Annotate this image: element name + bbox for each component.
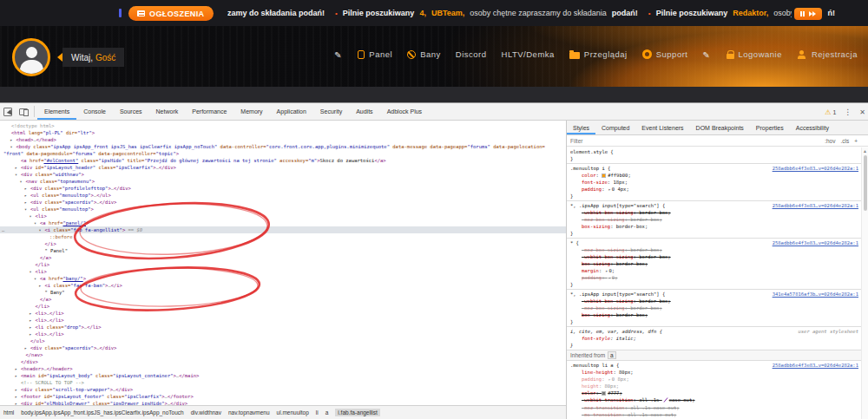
css-property[interactable]: -moz-transition: all .1s ease-out;	[570, 404, 858, 411]
dom-tree-line[interactable]: ▸<li class="drop">…</li>	[0, 324, 566, 331]
styles-toggle[interactable]: :hov	[825, 138, 835, 144]
expand-arrow-open[interactable]: ▾	[10, 143, 13, 150]
expand-value-arrow[interactable]: ▸	[608, 376, 611, 382]
css-selector[interactable]: * {	[570, 239, 579, 246]
css-property[interactable]: -moz-box-sizing: border-box;	[570, 246, 858, 253]
breadcrumb-item[interactable]: li	[316, 409, 319, 416]
console-warning-badge[interactable]: ⚠ 1	[825, 108, 836, 116]
tab-audits[interactable]: Audits	[349, 103, 379, 120]
styles-toggle[interactable]: .cls	[840, 138, 849, 144]
bezier-curve-icon[interactable]	[663, 397, 668, 404]
css-property[interactable]: font-size: 18px;	[570, 179, 858, 186]
expand-arrow-closed[interactable]: ▸	[15, 164, 17, 171]
tab-sources[interactable]: Sources	[113, 103, 149, 120]
styles-scrollbar[interactable]: ▲	[861, 147, 868, 419]
dom-tree-line[interactable]: </ul>	[0, 337, 566, 344]
dom-tree-line[interactable]: ▾<div class="widthnav">	[0, 171, 566, 178]
expand-arrow-open[interactable]: ▾	[39, 226, 42, 233]
dom-tree-line[interactable]: <html lang="pl-PL" dir="ltr">	[0, 129, 566, 136]
expand-arrow-open[interactable]: ▾	[30, 268, 32, 275]
css-property[interactable]: padding: ▸0 8px;	[570, 376, 858, 383]
css-property[interactable]: line-height: 80px;	[570, 369, 858, 376]
dom-tree-line[interactable]: "front" data-pagemodule="forums" data-pa…	[0, 150, 566, 157]
sidebar-tab-styles[interactable]: Styles	[567, 121, 595, 134]
expand-arrow-closed[interactable]: ▸	[15, 372, 17, 379]
expand-arrow-closed[interactable]: ▸	[24, 192, 27, 199]
tab-elements[interactable]: Elements	[37, 103, 76, 120]
dom-tree-line[interactable]: ▾<li>	[0, 213, 566, 219]
dom-tree-line[interactable]: ▸<li>…</li>	[0, 317, 566, 324]
dom-tree-line[interactable]: " Bany"	[0, 289, 566, 296]
nav-item-logowanie[interactable]: Logowanie	[727, 49, 782, 59]
dom-tree-line[interactable]: ▾…<i class="fab fa-angellist"> == $0	[0, 226, 566, 233]
css-property[interactable]: -webkit-transition: all .1s ease-out;	[570, 396, 858, 404]
tab-adblock-plus[interactable]: Adblock Plus	[380, 103, 429, 120]
devtools-close-button[interactable]: ✕	[859, 108, 865, 116]
scrollbar-thumb[interactable]	[864, 155, 867, 211]
breadcrumb-item[interactable]: html	[3, 409, 14, 416]
dom-tree-line[interactable]: ▾<ul class="menuultop">	[0, 206, 566, 213]
dom-tree-line[interactable]: ▸<header>…</header>	[0, 365, 566, 372]
css-property[interactable]: height: 80px;	[570, 383, 858, 390]
dom-tree-line[interactable]: </li>	[0, 303, 566, 310]
css-source-link[interactable]: 341e4a57816af3b…v=026d4e282a:1	[767, 291, 858, 298]
dom-tree-line[interactable]: ▸<li>…</li>	[0, 310, 566, 317]
avatar[interactable]	[12, 38, 50, 76]
nav-item-rejestracja[interactable]: Rejestracja	[797, 49, 858, 59]
dom-tree-line[interactable]: ▸<div class="scroll-top-wrapper">…</div>	[0, 386, 566, 393]
css-selector[interactable]: .menuultop li a {	[570, 362, 619, 369]
dom-tree-line[interactable]: </a>	[0, 254, 566, 261]
nav-item-edit-shortcut[interactable]	[334, 50, 343, 59]
nav-item-discord[interactable]: Discord	[456, 49, 487, 59]
tab-memory[interactable]: Memory	[233, 103, 269, 120]
fast-forward-icon[interactable]	[809, 11, 816, 16]
css-selector[interactable]: .menuultop i {	[570, 165, 610, 172]
expand-arrow-closed[interactable]: ▸	[30, 310, 32, 317]
css-source-link[interactable]: 258adbb6e4f3e83…v=026d4e282a:1	[767, 165, 858, 172]
breadcrumb-item[interactable]: i.fab.fa-angellist	[335, 409, 380, 416]
expand-arrow-closed[interactable]: ▸	[30, 317, 32, 324]
sidebar-tab-properties[interactable]: Properties	[750, 121, 790, 134]
css-property[interactable]: color: #ff9b00;	[570, 172, 858, 179]
expand-arrow-closed[interactable]: ▸	[10, 136, 13, 143]
expand-arrow-open[interactable]: ▾	[24, 206, 27, 213]
announcement-controls[interactable]	[794, 8, 822, 20]
css-source-link[interactable]: 258adbb6e4f3e83…v=026d4e282a:1	[767, 239, 858, 246]
color-swatch[interactable]	[602, 391, 606, 396]
scroll-up-arrow[interactable]: ▲	[863, 148, 867, 154]
breadcrumb-item[interactable]: nav.topnavmenu	[228, 409, 270, 416]
expand-value-arrow[interactable]: ▸	[606, 268, 608, 273]
dom-tree-line[interactable]: ▸<footer id="ipsLayout_footer" class="ip…	[0, 393, 566, 400]
dom-tree-line[interactable]: </nav>	[0, 351, 566, 358]
breadcrumb-item[interactable]: a	[326, 409, 329, 416]
sidebar-tab-accessibility[interactable]: Accessibility	[790, 121, 835, 134]
dom-tree-line[interactable]: ▾<li>	[0, 268, 566, 275]
styles-toggle[interactable]: +	[854, 138, 858, 144]
tab-console[interactable]: Console	[76, 103, 113, 120]
expand-arrow-closed[interactable]: ▸	[24, 344, 27, 351]
css-property[interactable]: padding: ▸0;	[570, 274, 858, 281]
css-source-link[interactable]: user agent stylesheet	[792, 328, 858, 335]
dom-tree-line[interactable]: <a href="#elContent" class="ipsHide" tit…	[0, 157, 566, 164]
nav-item-edit-shortcut-2[interactable]	[703, 50, 712, 59]
css-source-link[interactable]: 258adbb6e4f3e83…v=026d4e282a:1	[767, 202, 858, 209]
dom-tree-line[interactable]: ▸<div id="ipsLayout_header" class="ipsCl…	[0, 164, 566, 171]
sidebar-tab-computed[interactable]: Computed	[595, 121, 635, 134]
dom-tree-line[interactable]: ▾<a href="bany/">	[0, 275, 566, 282]
dom-tree-line[interactable]: ▸<ul class="menuultop">…</ul>	[0, 192, 566, 199]
expand-arrow-open[interactable]: ▾	[34, 219, 36, 226]
css-property[interactable]: color: #777;	[570, 390, 858, 396]
css-property[interactable]: box-sizing: border-box;	[570, 223, 858, 230]
expand-arrow-closed[interactable]: ▸	[30, 331, 32, 337]
expand-arrow-closed[interactable]: ▸	[24, 199, 27, 206]
expand-value-arrow[interactable]: ▸	[608, 187, 611, 192]
css-property[interactable]: -webkit-box-sizing: border-box;	[570, 253, 858, 260]
nav-item-panel[interactable]: Panel	[358, 49, 392, 59]
color-swatch[interactable]	[602, 173, 606, 178]
expand-value-arrow[interactable]: ▸	[608, 275, 611, 280]
breadcrumb-item[interactable]: body.ipsApp.ipsApp_front.ipsJS_has.ipsCl…	[21, 409, 183, 416]
dom-tree-line[interactable]: </li>	[0, 261, 566, 268]
inherited-element-ref[interactable]: a	[608, 351, 616, 359]
expand-arrow-open[interactable]: ▾	[34, 275, 36, 282]
nav-item-support[interactable]: Support	[642, 49, 688, 59]
